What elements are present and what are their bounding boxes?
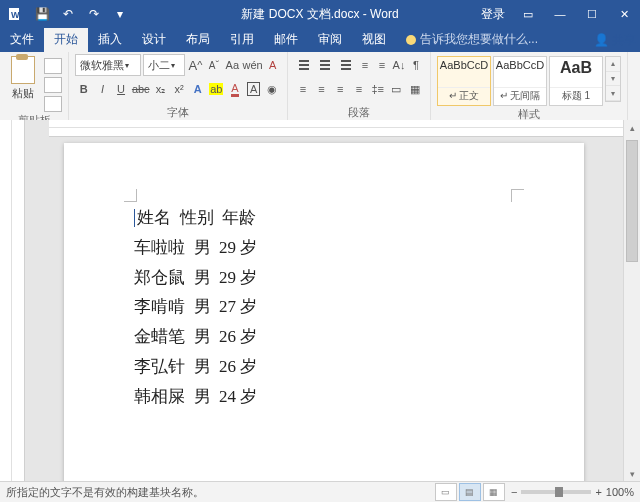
- close-icon[interactable]: ✕: [608, 0, 640, 28]
- chevron-down-icon: ▾: [171, 61, 175, 70]
- quick-access-toolbar: W 💾 ↶ ↷ ▾: [0, 2, 132, 26]
- web-layout-button[interactable]: ▦: [483, 483, 505, 501]
- clear-format-button[interactable]: A: [265, 54, 281, 76]
- line-spacing-button[interactable]: ‡≡: [369, 78, 387, 100]
- underline-button[interactable]: U: [112, 78, 130, 100]
- tab-layout[interactable]: 布局: [176, 27, 220, 52]
- grow-font-button[interactable]: A^: [187, 54, 203, 76]
- style-heading1[interactable]: AaB 标题 1: [549, 56, 603, 106]
- justify-button[interactable]: ≡: [350, 78, 368, 100]
- font-size-value: 小二: [148, 58, 170, 73]
- increase-indent-button[interactable]: ≡: [374, 54, 390, 76]
- scroll-down-icon[interactable]: ▾: [624, 466, 640, 482]
- paste-label: 粘贴: [12, 86, 34, 101]
- tab-review[interactable]: 审阅: [308, 27, 352, 52]
- tab-design[interactable]: 设计: [132, 27, 176, 52]
- tab-references[interactable]: 引用: [220, 27, 264, 52]
- scroll-up-icon[interactable]: ▴: [624, 120, 640, 136]
- group-font: 微软雅黑▾ 小二▾ A^ Aˇ Aa wén A B I U abc x₂ x²…: [69, 52, 288, 120]
- table-row[interactable]: 李弘针 男 26 岁: [134, 352, 514, 382]
- show-marks-button[interactable]: ¶: [408, 54, 424, 76]
- tab-mailings[interactable]: 邮件: [264, 27, 308, 52]
- align-right-button[interactable]: ≡: [331, 78, 349, 100]
- zoom-level[interactable]: 100%: [606, 486, 634, 498]
- vertical-ruler[interactable]: [0, 120, 25, 482]
- char-border-button[interactable]: A: [245, 78, 263, 100]
- font-name-combo[interactable]: 微软雅黑▾: [75, 54, 141, 76]
- undo-icon[interactable]: ↶: [56, 2, 80, 26]
- scroll-track[interactable]: [624, 136, 640, 466]
- strike-button[interactable]: abc: [131, 78, 151, 100]
- read-mode-button[interactable]: ▭: [435, 483, 457, 501]
- document-content[interactable]: 姓名 性别 年龄 车啦啦 男 29 岁 郑仓鼠 男 29 岁 李啃啃 男 27 …: [134, 203, 514, 411]
- ribbon: 粘贴 剪贴板 微软雅黑▾ 小二▾ A^ Aˇ Aa wén A B I: [0, 52, 640, 121]
- zoom-thumb[interactable]: [555, 487, 563, 497]
- sort-button[interactable]: A↓: [391, 54, 407, 76]
- ribbon-options-icon[interactable]: ▭: [512, 0, 544, 28]
- horizontal-ruler[interactable]: [49, 120, 623, 137]
- save-icon[interactable]: 💾: [30, 2, 54, 26]
- font-size-combo[interactable]: 小二▾: [143, 54, 185, 76]
- table-row[interactable]: 李啃啃 男 27 岁: [134, 292, 514, 322]
- print-layout-button[interactable]: ▤: [459, 483, 481, 501]
- word-app-icon[interactable]: W: [4, 2, 28, 26]
- style-name: 标题 1: [550, 87, 602, 103]
- italic-button[interactable]: I: [94, 78, 112, 100]
- zoom-out-button[interactable]: −: [511, 486, 517, 498]
- table-row[interactable]: 韩相屎 男 24 岁: [134, 382, 514, 412]
- font-name-value: 微软雅黑: [80, 58, 124, 73]
- multilevel-button[interactable]: [336, 54, 356, 76]
- bold-button[interactable]: B: [75, 78, 93, 100]
- redo-icon[interactable]: ↷: [82, 2, 106, 26]
- tell-me-box[interactable]: 告诉我您想要做什么...: [396, 27, 548, 52]
- style-preview: AaBbCcD: [496, 59, 544, 71]
- decrease-indent-button[interactable]: ≡: [357, 54, 373, 76]
- tab-view[interactable]: 视图: [352, 27, 396, 52]
- table-row[interactable]: 金蜡笔 男 26 岁: [134, 322, 514, 352]
- bullets-button[interactable]: [294, 54, 314, 76]
- margin-marker-icon: [511, 189, 524, 202]
- zoom-control: − + 100%: [511, 486, 634, 498]
- table-header[interactable]: 姓名 性别 年龄: [134, 203, 514, 233]
- maximize-icon[interactable]: ☐: [576, 0, 608, 28]
- superscript-button[interactable]: x²: [170, 78, 188, 100]
- scroll-thumb[interactable]: [626, 140, 638, 262]
- style-nospacing[interactable]: AaBbCcD ↵ 无间隔: [493, 56, 547, 106]
- tab-file[interactable]: 文件: [0, 27, 44, 52]
- paste-button[interactable]: 粘贴: [6, 54, 40, 112]
- style-normal[interactable]: AaBbCcD ↵ 正文: [437, 56, 491, 106]
- text-cursor-icon: [134, 209, 135, 227]
- group-paragraph: ≡ ≡ A↓ ¶ ≡ ≡ ≡ ≡ ‡≡ ▭ ▦ 段落: [288, 52, 431, 120]
- table-row[interactable]: 郑仓鼠 男 29 岁: [134, 263, 514, 293]
- borders-button[interactable]: ▦: [406, 78, 424, 100]
- tab-insert[interactable]: 插入: [88, 27, 132, 52]
- qat-customize-icon[interactable]: ▾: [108, 2, 132, 26]
- subscript-button[interactable]: x₂: [152, 78, 170, 100]
- minimize-icon[interactable]: —: [544, 0, 576, 28]
- change-case-button[interactable]: Aa: [224, 54, 240, 76]
- align-left-button[interactable]: ≡: [294, 78, 312, 100]
- group-clipboard: 粘贴 剪贴板: [0, 52, 69, 120]
- cut-icon[interactable]: [44, 58, 62, 74]
- phonetic-guide-button[interactable]: wén: [243, 54, 263, 76]
- font-color-button[interactable]: A: [226, 78, 244, 100]
- text-effects-button[interactable]: A: [189, 78, 207, 100]
- zoom-slider[interactable]: [521, 490, 591, 494]
- highlight-button[interactable]: ab: [208, 78, 226, 100]
- numbering-button[interactable]: [315, 54, 335, 76]
- table-row[interactable]: 车啦啦 男 29 岁: [134, 233, 514, 263]
- styles-gallery-more[interactable]: ▴ ▾ ▾: [605, 56, 621, 102]
- format-painter-icon[interactable]: [44, 96, 62, 112]
- char-shading-button[interactable]: ◉: [263, 78, 281, 100]
- page[interactable]: 姓名 性别 年龄 车啦啦 男 29 岁 郑仓鼠 男 29 岁 李啃啃 男 27 …: [64, 143, 584, 482]
- login-button[interactable]: 登录: [481, 0, 505, 28]
- share-button[interactable]: 👤共享: [594, 30, 636, 50]
- align-center-button[interactable]: ≡: [313, 78, 331, 100]
- document-area[interactable]: 姓名 性别 年龄 车啦啦 男 29 岁 郑仓鼠 男 29 岁 李啃啃 男 27 …: [25, 137, 623, 482]
- vertical-scrollbar[interactable]: ▴ ▾: [623, 120, 640, 482]
- zoom-in-button[interactable]: +: [595, 486, 601, 498]
- shrink-font-button[interactable]: Aˇ: [206, 54, 222, 76]
- tab-home[interactable]: 开始: [44, 27, 88, 52]
- shading-button[interactable]: ▭: [388, 78, 406, 100]
- copy-icon[interactable]: [44, 77, 62, 93]
